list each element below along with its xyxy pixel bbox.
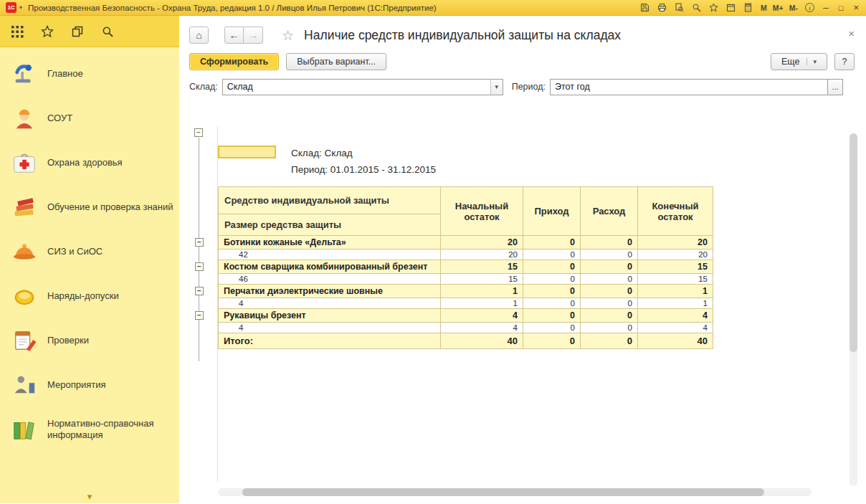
sidebar-item-lamp[interactable]: Главное <box>0 52 179 96</box>
value-cell[interactable]: 1 <box>441 285 523 298</box>
maximize-button[interactable]: □ <box>837 4 845 12</box>
item-name-cell[interactable]: −Перчатки диэлектрические шовные <box>219 285 441 298</box>
item-name-cell[interactable]: Итого: <box>219 333 441 349</box>
item-name-cell[interactable]: 4 <box>219 298 441 309</box>
sidebar-item-hardhat[interactable]: СИЗ и СиОС <box>0 229 179 274</box>
value-cell[interactable]: 0 <box>523 274 581 285</box>
home-button[interactable]: ⌂ <box>189 27 209 44</box>
choose-variant-button[interactable]: Выбрать вариант... <box>286 53 386 70</box>
value-cell[interactable]: 15 <box>441 260 523 274</box>
warehouse-value[interactable]: Склад <box>223 80 490 95</box>
sidebar-item-books[interactable]: Обучение и проверка знаний <box>0 185 179 229</box>
generate-button[interactable]: Сформировать <box>189 53 279 70</box>
column-header-income[interactable]: Приход <box>523 187 581 236</box>
value-cell[interactable]: 0 <box>523 323 581 333</box>
sidebar-item-reference[interactable]: Нормативно-справочная информация <box>0 407 179 452</box>
windows-copy-icon[interactable] <box>70 24 85 39</box>
item-name-cell[interactable]: −Ботинки кожаные «Дельта» <box>219 236 441 249</box>
value-cell[interactable]: 15 <box>638 260 713 274</box>
memory-button-m+[interactable]: M+ <box>773 4 784 12</box>
system-menu-caret-icon[interactable]: ▾ <box>19 4 22 11</box>
calculator-icon[interactable] <box>743 2 753 13</box>
favorites-star-icon[interactable] <box>40 24 54 39</box>
value-cell[interactable]: 0 <box>581 285 638 298</box>
memory-button-m[interactable]: M <box>761 4 767 12</box>
value-cell[interactable]: 1 <box>638 285 713 298</box>
warehouse-dropdown-icon[interactable]: ▼ <box>490 80 503 95</box>
warehouse-combo[interactable]: Склад ▼ <box>222 79 503 95</box>
value-cell[interactable]: 4 <box>441 309 523 323</box>
value-cell[interactable]: 20 <box>638 236 713 249</box>
close-window-button[interactable]: × <box>852 2 860 13</box>
value-cell[interactable]: 0 <box>523 260 581 274</box>
forward-button[interactable]: → <box>244 27 263 44</box>
column-header-item[interactable]: Средство индивидуальной защиты <box>219 187 441 214</box>
value-cell[interactable]: 0 <box>581 249 638 260</box>
back-button[interactable]: ← <box>224 27 244 44</box>
sidebar-item-events[interactable]: Мероприятия <box>0 363 179 407</box>
search-icon[interactable] <box>100 24 115 39</box>
value-cell[interactable]: 1 <box>638 298 713 309</box>
column-header-closing[interactable]: Конечный остаток <box>638 187 713 236</box>
collapse-group-toggle[interactable]: − <box>195 262 204 271</box>
sidebar-item-worker[interactable]: СОУТ <box>0 96 179 141</box>
print-preview-icon[interactable] <box>674 2 685 13</box>
value-cell[interactable]: 0 <box>523 249 581 260</box>
column-header-expense[interactable]: Расход <box>581 187 638 236</box>
save-icon[interactable] <box>639 2 650 13</box>
collapse-all-toggle[interactable]: − <box>194 128 203 137</box>
value-cell[interactable]: 20 <box>441 249 523 260</box>
column-header-opening[interactable]: Начальный остаток <box>441 187 523 236</box>
item-name-cell[interactable]: 46 <box>219 274 441 285</box>
sidebar-item-first-aid[interactable]: Охрана здоровья <box>0 141 179 185</box>
menu-grid-icon[interactable] <box>10 24 24 39</box>
info-button[interactable]: i <box>805 3 814 12</box>
value-cell[interactable]: 0 <box>581 333 638 349</box>
value-cell[interactable]: 0 <box>581 323 638 333</box>
horizontal-scrollbar[interactable] <box>218 488 812 496</box>
value-cell[interactable]: 0 <box>581 236 638 249</box>
find-icon[interactable] <box>691 2 702 13</box>
item-name-cell[interactable]: 42 <box>219 249 441 260</box>
value-cell[interactable]: 0 <box>581 298 638 309</box>
value-cell[interactable]: 15 <box>638 274 713 285</box>
value-cell[interactable]: 0 <box>523 236 581 249</box>
vertical-scrollbar[interactable] <box>850 133 857 486</box>
item-name-cell[interactable]: −Рукавицы брезент <box>219 309 441 323</box>
more-button[interactable]: Еще ▾ <box>771 53 827 70</box>
sidebar-expand-arrow[interactable]: ▾ <box>0 491 179 502</box>
selected-cell[interactable] <box>218 146 276 158</box>
value-cell[interactable]: 0 <box>523 333 581 349</box>
period-value[interactable]: Этот год <box>551 80 827 95</box>
vertical-scrollbar-thumb[interactable] <box>850 133 857 352</box>
sidebar-item-inspection[interactable]: Проверки <box>0 318 179 363</box>
value-cell[interactable]: 0 <box>523 285 581 298</box>
column-header-size[interactable]: Размер средства защиты <box>219 214 441 236</box>
value-cell[interactable]: 20 <box>638 249 713 260</box>
close-report-button[interactable]: × <box>848 27 855 39</box>
value-cell[interactable]: 0 <box>523 298 581 309</box>
memory-button-m-[interactable]: M- <box>789 4 798 12</box>
value-cell[interactable]: 40 <box>638 333 713 349</box>
item-name-cell[interactable]: 4 <box>219 323 441 333</box>
value-cell[interactable]: 1 <box>441 298 523 309</box>
value-cell[interactable]: 40 <box>441 333 523 349</box>
help-button[interactable]: ? <box>834 53 855 70</box>
horizontal-scrollbar-thumb[interactable] <box>242 488 764 496</box>
favorite-star-icon[interactable]: ☆ <box>282 27 294 44</box>
star-icon[interactable] <box>708 2 719 13</box>
value-cell[interactable]: 20 <box>441 236 523 249</box>
print-icon[interactable] <box>657 2 667 13</box>
item-name-cell[interactable]: −Костюм сварщика комбинированный брезент <box>219 260 441 274</box>
value-cell[interactable]: 4 <box>441 323 523 333</box>
value-cell[interactable]: 0 <box>523 309 581 323</box>
period-choose-button[interactable]: ... <box>828 79 843 95</box>
value-cell[interactable]: 15 <box>441 274 523 285</box>
value-cell[interactable]: 0 <box>581 260 638 274</box>
collapse-group-toggle[interactable]: − <box>195 287 204 295</box>
calendar-icon[interactable] <box>725 2 736 13</box>
collapse-group-toggle[interactable]: − <box>195 238 204 247</box>
sidebar-item-permit[interactable]: Наряды-допуски <box>0 274 179 318</box>
value-cell[interactable]: 0 <box>581 309 638 323</box>
minimize-button[interactable]: ─ <box>822 4 830 12</box>
